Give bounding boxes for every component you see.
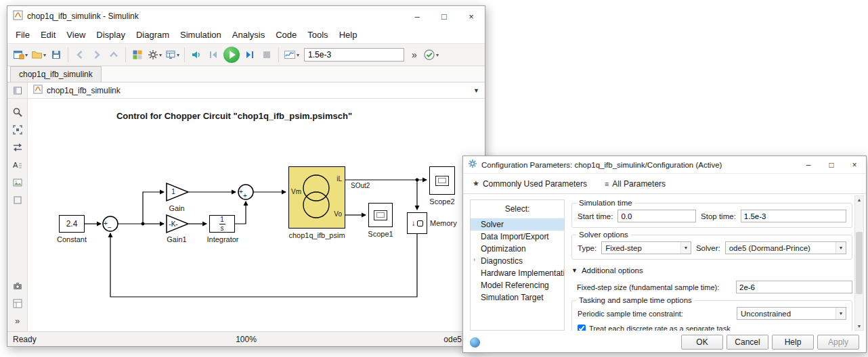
zoom-icon[interactable] <box>9 104 26 120</box>
scroll-down-icon[interactable]: ▼ <box>857 324 862 329</box>
menu-display[interactable]: Display <box>91 28 131 42</box>
menu-simulation[interactable]: Simulation <box>175 28 227 42</box>
integrator-block[interactable]: 1s <box>209 215 235 233</box>
scope2-block[interactable] <box>429 166 455 195</box>
apply-button[interactable]: Apply <box>817 335 859 350</box>
close-button[interactable]: × <box>458 6 485 26</box>
forward-button[interactable] <box>89 46 105 64</box>
ok-button[interactable]: OK <box>681 335 723 350</box>
back-button[interactable] <box>72 46 88 64</box>
cancel-button[interactable]: Cancel <box>726 335 768 350</box>
group-title: Simulation time <box>576 199 635 207</box>
window-controls: – □ × <box>404 6 485 26</box>
menu-view[interactable]: View <box>61 28 91 42</box>
library-browser-button[interactable] <box>129 46 146 64</box>
gain-value[interactable]: 1 <box>166 188 181 195</box>
fixed-step-size-input[interactable] <box>736 281 852 293</box>
minimize-button[interactable]: – <box>404 6 431 26</box>
constant-block[interactable]: 2.4 <box>59 215 85 233</box>
sample-time-icon[interactable] <box>9 139 26 155</box>
scroll-thumb[interactable] <box>856 232 863 294</box>
annotation-icon[interactable]: A <box>9 157 26 172</box>
treat-discrete-rate-label: Treat each discrete rate as a separate t… <box>589 325 731 331</box>
up-to-parent-button[interactable] <box>106 46 122 64</box>
dialog-tabs: ★ Commonly Used Parameters ≡ All Paramet… <box>463 174 866 194</box>
step-back-button[interactable] <box>205 46 221 64</box>
toolbar-overflow-button[interactable]: » <box>408 49 421 60</box>
tree-item-optimization[interactable]: Optimization <box>471 243 564 255</box>
minimize-button[interactable]: – <box>797 156 820 174</box>
main-toolbar: ▾ ▾ ▾ ▾ ▾ » ▾ <box>7 43 485 66</box>
stop-time-input[interactable] <box>741 210 846 222</box>
toolbar-separator <box>125 47 126 62</box>
help-globe-icon[interactable] <box>470 337 480 348</box>
sum2-plus-left-sign: + <box>239 189 243 195</box>
model-tab[interactable]: chop1q_ifb_simulink <box>10 66 102 82</box>
solver-pane: Simulation time Start time: Stop time: S… <box>571 199 852 331</box>
treat-discrete-rate-checkbox[interactable] <box>578 325 586 331</box>
periodic-sample-time-select[interactable]: Unconstrained▼ <box>737 307 846 320</box>
integrator-label: Integrator <box>194 235 251 243</box>
tree-item-model-referencing[interactable]: Model Referencing <box>471 279 564 291</box>
open-button[interactable]: ▾ <box>30 46 47 64</box>
help-button[interactable]: Help <box>772 335 814 350</box>
chevron-down-icon: ▾ <box>159 52 162 58</box>
rail-more-button[interactable]: » <box>9 313 26 329</box>
breadcrumb-dropdown-icon[interactable]: ▼ <box>473 87 479 94</box>
new-model-button[interactable]: ▾ <box>12 46 29 64</box>
solver-options-group: Solver options Type: Fixed-step▼ Solver:… <box>571 235 852 260</box>
menu-edit[interactable]: Edit <box>35 28 61 42</box>
expand-chevron-icon[interactable]: › <box>473 256 475 263</box>
scope1-block[interactable] <box>368 203 393 227</box>
scroll-up-icon[interactable]: ▲ <box>857 197 862 202</box>
gain1-value[interactable]: -K- <box>165 220 182 228</box>
solver-type-label: Type: <box>578 244 596 252</box>
tab-all-parameters[interactable]: ≡ All Parameters <box>603 174 667 193</box>
maximize-button[interactable]: □ <box>431 6 458 26</box>
chevron-down-icon: ▾ <box>43 52 46 58</box>
tree-item-diagnostics[interactable]: ›Diagnostics <box>471 255 564 267</box>
tree-item-simulation-target[interactable]: Simulation Target <box>471 291 564 304</box>
environment-button[interactable]: ▾ <box>164 46 181 64</box>
model-browser-toggle[interactable] <box>7 82 28 98</box>
image-icon[interactable] <box>9 174 26 190</box>
dialog-scrollbar[interactable]: ▲ ▼ <box>854 195 864 331</box>
tree-item-hardware-implementation[interactable]: Hardware Implementation <box>471 267 564 279</box>
simulation-data-inspector-button[interactable]: ▾ <box>282 46 301 64</box>
toolbar-separator <box>184 47 185 62</box>
close-button[interactable]: × <box>843 156 866 174</box>
memory-block[interactable]: ↓ <box>407 212 427 234</box>
stop-button[interactable] <box>259 46 275 64</box>
solver-select[interactable]: ode5 (Dormand-Prince)▼ <box>725 241 846 254</box>
constant-label: Constant <box>40 235 104 243</box>
tree-item-data-import-export[interactable]: Data Import/Export <box>471 231 564 243</box>
model-advisor-button[interactable]: ▾ <box>422 46 440 64</box>
start-time-input[interactable] <box>617 210 696 222</box>
tree-item-solver[interactable]: Solver <box>471 218 564 231</box>
menu-tools[interactable]: Tools <box>302 28 333 42</box>
subsystem-block[interactable]: Vm iL Vo <box>288 166 345 229</box>
step-forward-button[interactable] <box>242 46 258 64</box>
save-button[interactable] <box>48 46 64 64</box>
simulation-stop-time-input[interactable] <box>304 48 404 62</box>
tab-commonly-used-parameters[interactable]: ★ Commonly Used Parameters <box>471 174 588 193</box>
menu-code[interactable]: Code <box>270 28 302 42</box>
camera-icon[interactable] <box>9 278 26 293</box>
update-diagram-button[interactable] <box>188 46 204 64</box>
maximize-button[interactable]: □ <box>820 156 843 174</box>
fit-to-view-icon[interactable] <box>9 122 26 137</box>
simulink-window: chop1q_ifb_simulink - Simulink – □ × Fil… <box>7 5 485 347</box>
panels-icon[interactable] <box>9 295 26 311</box>
menu-file[interactable]: File <box>10 28 35 42</box>
run-button[interactable] <box>222 46 241 64</box>
diagram-canvas[interactable]: Control for Chopper Circuit "chop1q_ifb_… <box>28 99 485 331</box>
additional-options-expander[interactable]: ▼ Additional options <box>571 266 852 275</box>
breadcrumb[interactable]: chop1q_ifb_simulink ▼ <box>28 82 485 98</box>
menu-analysis[interactable]: Analysis <box>227 28 270 42</box>
viewmark-icon[interactable] <box>9 192 26 208</box>
menu-help[interactable]: Help <box>334 28 363 42</box>
collapse-triangle-icon: ▼ <box>571 267 578 274</box>
solver-type-select[interactable]: Fixed-step▼ <box>601 241 691 254</box>
menu-diagram[interactable]: Diagram <box>131 28 175 42</box>
model-configuration-button[interactable]: ▾ <box>146 46 163 64</box>
